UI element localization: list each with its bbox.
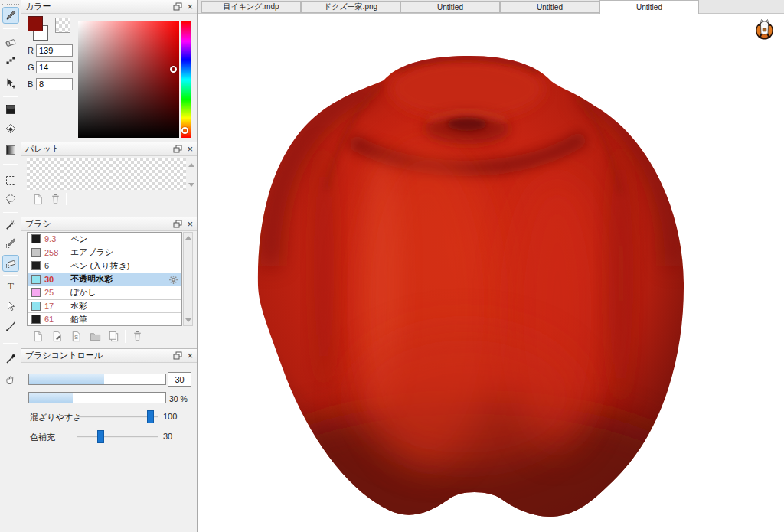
lasso-tool-button[interactable] xyxy=(2,191,19,207)
mascot-icon[interactable] xyxy=(753,18,776,41)
brush-swatch xyxy=(31,288,41,297)
add-brush-button[interactable] xyxy=(30,328,45,344)
eyedropper-tool-button[interactable] xyxy=(2,351,19,367)
select-rect-icon xyxy=(5,175,17,187)
pen-icon xyxy=(5,9,17,21)
sv-cursor[interactable] xyxy=(170,66,177,73)
select-eraser-tool-button[interactable] xyxy=(2,255,19,272)
green-row: G xyxy=(28,61,73,73)
toolbar-grip[interactable] xyxy=(2,1,20,5)
brush-list: 9.3 ペン 258 エアブラシ 6 ペン (入り抜き) 30 不透明水彩 xyxy=(27,232,182,326)
close-panel-icon[interactable]: × xyxy=(187,145,193,153)
brush-size: 17 xyxy=(44,302,64,311)
fill-tool-button[interactable] xyxy=(2,101,19,118)
foreground-color-swatch[interactable] xyxy=(28,16,43,31)
operation-tool-button[interactable] xyxy=(2,298,19,315)
gradient-tool-button[interactable] xyxy=(2,142,19,158)
brush-list-scrollbar[interactable] xyxy=(183,232,193,326)
brush-size-bar[interactable] xyxy=(28,374,166,385)
select-rect-tool-button[interactable] xyxy=(2,172,19,189)
toolbar-separator xyxy=(3,28,18,29)
tab-untitled-1[interactable]: Untitled xyxy=(400,1,500,13)
red-value-field[interactable] xyxy=(36,44,73,57)
page-script-icon: S xyxy=(70,330,83,343)
magic-wand-tool-button[interactable] xyxy=(2,217,19,233)
slider-track[interactable] xyxy=(77,436,158,438)
float-panel-icon[interactable] xyxy=(173,351,182,360)
new-page-icon xyxy=(31,193,44,206)
add-script-brush-button[interactable]: S xyxy=(68,328,83,344)
palette-color-list[interactable] xyxy=(27,158,186,190)
duplicate-brush-button[interactable] xyxy=(106,328,121,344)
brush-row-blur[interactable]: 25 ぼかし xyxy=(28,286,181,300)
saturation-value-picker[interactable] xyxy=(78,21,179,138)
slider-track[interactable] xyxy=(77,416,158,418)
close-panel-icon[interactable]: × xyxy=(187,220,193,228)
bucket-tool-button[interactable] xyxy=(2,120,19,137)
color-panel-header: カラー × xyxy=(21,0,197,14)
color-refill-slider[interactable] xyxy=(77,430,158,443)
tool-column: T xyxy=(0,0,21,532)
mixing-slider[interactable] xyxy=(77,410,158,423)
tab-untitled-active[interactable]: Untitled xyxy=(599,0,699,14)
red-row: R xyxy=(28,44,73,57)
new-page-icon xyxy=(31,330,44,343)
brush-swatch xyxy=(31,261,41,270)
brush-name: 鉛筆 xyxy=(70,314,179,325)
tab-meikingu[interactable]: 目イキング.mdp xyxy=(201,1,301,13)
palette-panel-title: パレット xyxy=(25,143,173,155)
panel-column: カラー × R G B パレット × xyxy=(21,0,198,532)
add-palette-color-button[interactable] xyxy=(30,191,45,207)
apple-artwork xyxy=(198,14,784,532)
brush-size: 6 xyxy=(44,261,64,270)
mixing-slider-handle[interactable] xyxy=(147,410,154,423)
tab-dokuzu[interactable]: ドクズ一家.png xyxy=(301,1,400,13)
dot-tool-button[interactable] xyxy=(2,52,19,69)
float-panel-icon[interactable] xyxy=(173,220,182,228)
brush-control-panel: ブラシコントロール × 30 30 % 混ざりやすさ 100 色補充 30 xyxy=(21,348,197,532)
drawing-canvas[interactable] xyxy=(198,14,784,532)
brush-row-airbrush[interactable]: 258 エアブラシ xyxy=(28,246,181,260)
hand-tool-button[interactable] xyxy=(2,371,19,388)
brush-settings-gear-icon[interactable] xyxy=(168,275,178,285)
close-panel-icon[interactable]: × xyxy=(187,351,193,360)
eraser-tool-button[interactable] xyxy=(2,34,19,51)
brush-size-value-box[interactable]: 30 xyxy=(168,372,191,387)
scroll-down-icon[interactable] xyxy=(185,318,191,322)
brush-opacity-bar[interactable] xyxy=(28,392,166,403)
blue-value-field[interactable] xyxy=(36,78,73,90)
curve-tool-button[interactable] xyxy=(2,318,19,335)
green-label: G xyxy=(28,63,36,72)
brush-row-pencil[interactable]: 61 鉛筆 xyxy=(28,313,181,326)
green-value-field[interactable] xyxy=(36,61,73,73)
float-panel-icon[interactable] xyxy=(173,2,182,11)
select-pen-tool-button[interactable] xyxy=(2,235,19,252)
brush-row-pen[interactable]: 9.3 ペン xyxy=(28,233,181,246)
close-panel-icon[interactable]: × xyxy=(187,2,193,11)
brush-row-pen-taper[interactable]: 6 ペン (入り抜き) xyxy=(28,259,181,273)
hue-bar[interactable] xyxy=(181,21,191,138)
brush-size: 61 xyxy=(44,315,64,324)
delete-brush-button[interactable] xyxy=(129,328,145,344)
hue-cursor[interactable] xyxy=(181,127,188,134)
text-tool-button[interactable]: T xyxy=(2,277,19,294)
scroll-down-icon[interactable] xyxy=(188,183,194,187)
document-tab-bar: 目イキング.mdp ドクズ一家.png Untitled Untitled Un… xyxy=(198,0,784,14)
toolbar-separator xyxy=(3,275,18,276)
transparent-color-swatch[interactable] xyxy=(55,18,70,33)
scroll-up-icon[interactable] xyxy=(185,236,191,240)
pen-tool-button[interactable] xyxy=(2,7,19,24)
brush-panel-title: ブラシ xyxy=(25,218,173,230)
float-panel-icon[interactable] xyxy=(173,145,182,153)
move-tool-button[interactable] xyxy=(2,75,19,92)
tab-untitled-2[interactable]: Untitled xyxy=(500,1,599,13)
scroll-up-icon[interactable] xyxy=(188,163,194,167)
brush-row-opaque-watercolor[interactable]: 30 不透明水彩 xyxy=(28,273,181,287)
add-custom-brush-button[interactable] xyxy=(49,328,64,344)
brush-name: ペン (入り抜き) xyxy=(70,260,179,272)
delete-palette-color-button[interactable] xyxy=(47,191,63,207)
lasso-icon xyxy=(5,193,17,205)
color-refill-slider-handle[interactable] xyxy=(97,430,104,443)
brush-folder-button[interactable] xyxy=(87,328,103,344)
brush-row-watercolor[interactable]: 17 水彩 xyxy=(28,300,181,314)
